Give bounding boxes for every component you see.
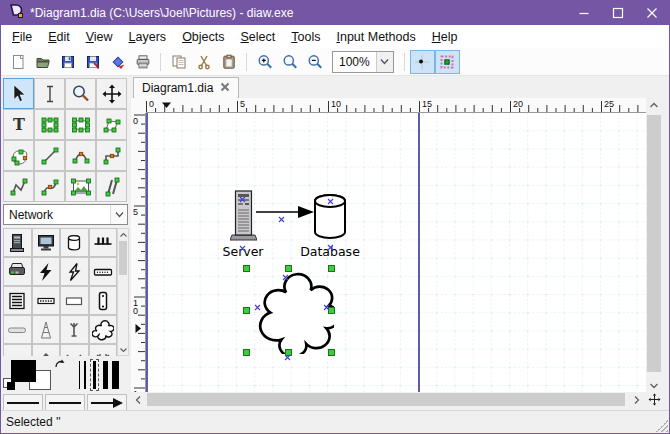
- line-width-option[interactable]: [79, 361, 80, 389]
- box-tool[interactable]: [34, 109, 65, 140]
- selection-handle[interactable]: [243, 349, 250, 356]
- shape-storage[interactable]: [60, 228, 89, 257]
- save-as-button[interactable]: [80, 50, 105, 74]
- shape-mast[interactable]: [32, 344, 61, 356]
- menu-objects[interactable]: Objects: [174, 27, 232, 47]
- vertical-scrollbar[interactable]: [646, 98, 662, 392]
- zoom-fit-button[interactable]: [277, 50, 302, 74]
- shape-patch-panel[interactable]: [32, 286, 61, 315]
- line-width-option[interactable]: [112, 361, 119, 389]
- shape-cloud[interactable]: [89, 315, 118, 344]
- new-diagram-button[interactable]: [5, 50, 30, 74]
- pan-diagram-button[interactable]: [646, 392, 662, 407]
- menu-help[interactable]: Help: [424, 27, 466, 47]
- default-colors-swatch-fg[interactable]: [7, 382, 15, 390]
- selection-handle[interactable]: [328, 349, 335, 356]
- bezierline-tool[interactable]: [34, 171, 65, 202]
- palette-scrollbar[interactable]: [117, 228, 129, 356]
- menu-file[interactable]: File: [4, 27, 40, 47]
- export-diagram-button[interactable]: [105, 50, 130, 74]
- shape-lightning[interactable]: [60, 257, 89, 286]
- tab-close-icon[interactable]: [220, 81, 230, 95]
- scroll-down-icon[interactable]: [118, 344, 128, 355]
- resize-grip[interactable]: [656, 420, 668, 432]
- print-button[interactable]: [130, 50, 155, 74]
- shape-printer[interactable]: [3, 257, 32, 286]
- menu-edit[interactable]: Edit: [40, 27, 78, 47]
- scroll-down-icon[interactable]: [646, 378, 662, 392]
- palette-scroll-thumb[interactable]: [119, 241, 127, 275]
- shape-computer[interactable]: [3, 228, 32, 257]
- close-button[interactable]: [635, 1, 669, 25]
- text-tool[interactable]: T: [3, 109, 34, 140]
- minimize-button[interactable]: [567, 1, 601, 25]
- shape-modem[interactable]: [89, 257, 118, 286]
- maximize-button[interactable]: [601, 1, 635, 25]
- menu-view[interactable]: View: [78, 27, 121, 47]
- line-width-option[interactable]: [103, 361, 108, 389]
- scroll-tool[interactable]: [96, 78, 127, 109]
- shape-antenna[interactable]: [60, 315, 89, 344]
- beziergon-tool[interactable]: [3, 140, 34, 171]
- chevron-down-icon[interactable]: [110, 205, 127, 224]
- scroll-left-icon[interactable]: [131, 392, 145, 407]
- tab-diagram1[interactable]: Diagram1.dia: [133, 77, 239, 98]
- open-diagram-button[interactable]: [30, 50, 55, 74]
- scroll-up-icon[interactable]: [646, 98, 662, 112]
- titlebar[interactable]: *Diagram1.dia (C:\Users\Joel\Pictures) -…: [1, 1, 669, 25]
- ellipse-tool[interactable]: [65, 109, 96, 140]
- polygon-tool[interactable]: [96, 109, 127, 140]
- shape-monitor[interactable]: [32, 228, 61, 257]
- image-tool[interactable]: [65, 171, 96, 202]
- zoom-level-combo[interactable]: 100%: [332, 51, 394, 73]
- shape-hub[interactable]: [89, 228, 118, 257]
- line-width-option[interactable]: [84, 361, 86, 389]
- line-width-selector[interactable]: [79, 360, 127, 390]
- menu-layers[interactable]: Layers: [121, 27, 175, 47]
- paste-button[interactable]: [216, 50, 241, 74]
- zoom-in-button[interactable]: [252, 50, 277, 74]
- chevron-down-icon[interactable]: [376, 52, 393, 72]
- menu-tools[interactable]: Tools: [283, 27, 328, 47]
- horizontal-scrollbar[interactable]: [131, 392, 646, 407]
- outline-tool[interactable]: [96, 171, 127, 202]
- arrow-connector[interactable]: [256, 205, 314, 219]
- shape-general-box[interactable]: [60, 286, 89, 315]
- shape-x-connector[interactable]: [89, 344, 118, 356]
- shape-pentagon[interactable]: [3, 344, 32, 356]
- sheet-selector[interactable]: Network: [3, 204, 128, 225]
- magnify-tool[interactable]: [65, 78, 96, 109]
- line-width-option[interactable]: [93, 361, 96, 389]
- line-tool[interactable]: [34, 140, 65, 171]
- modify-tool[interactable]: [3, 78, 34, 109]
- selection-handle[interactable]: [243, 307, 250, 314]
- shape-router[interactable]: [89, 286, 118, 315]
- shape-flat-cable[interactable]: [3, 315, 32, 344]
- scroll-up-icon[interactable]: [118, 229, 128, 240]
- polyline-tool[interactable]: [3, 171, 34, 202]
- line-width-selected[interactable]: [90, 359, 99, 391]
- zoom-out-button[interactable]: [302, 50, 327, 74]
- menu-select[interactable]: Select: [233, 27, 284, 47]
- swap-colors-icon[interactable]: [53, 358, 67, 376]
- text-edit-tool[interactable]: [34, 78, 65, 109]
- foreground-color-swatch[interactable]: [11, 360, 36, 382]
- selection-handle[interactable]: [328, 265, 335, 272]
- shape-switch[interactable]: [3, 286, 32, 315]
- save-diagram-button[interactable]: [55, 50, 80, 74]
- vertical-scroll-thumb[interactable]: [647, 115, 661, 372]
- snap-to-grid-button[interactable]: [410, 50, 435, 74]
- zigzagline-tool[interactable]: [96, 140, 127, 171]
- horizontal-scroll-thumb[interactable]: [147, 393, 625, 406]
- scroll-right-icon[interactable]: [629, 392, 643, 407]
- selection-handle[interactable]: [243, 265, 250, 272]
- shape-v-connector[interactable]: [60, 344, 89, 356]
- snap-to-objects-button[interactable]: [435, 50, 460, 74]
- cut-button[interactable]: [191, 50, 216, 74]
- diagram-canvas[interactable]: Server Database: [146, 113, 646, 392]
- arc-tool[interactable]: [65, 140, 96, 171]
- shape-wan-link[interactable]: [32, 257, 61, 286]
- menu-input-methods[interactable]: Input Methods: [328, 27, 423, 47]
- copy-button[interactable]: [166, 50, 191, 74]
- shape-radio-tower[interactable]: [32, 315, 61, 344]
